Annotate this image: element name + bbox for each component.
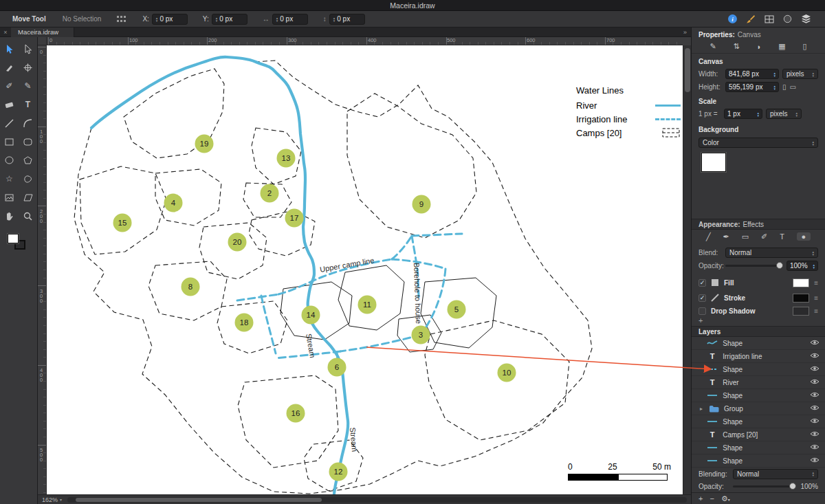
color-well[interactable] bbox=[7, 233, 30, 252]
scale-unit-select[interactable]: pixels ▴▾ bbox=[766, 109, 802, 119]
info-icon[interactable]: i bbox=[728, 14, 737, 23]
horizontal-scroll-thumb[interactable] bbox=[76, 498, 322, 502]
star-tool-icon[interactable]: ☆ bbox=[2, 173, 17, 185]
remove-layer-button[interactable]: − bbox=[710, 494, 714, 503]
visibility-eye-icon[interactable] bbox=[810, 391, 820, 399]
x-input[interactable]: ▴▾ 0 px bbox=[152, 14, 188, 25]
shadow-options-icon[interactable]: ≡ bbox=[814, 307, 818, 315]
camp-marker[interactable]: 6 bbox=[328, 358, 346, 377]
opacity-slider[interactable] bbox=[725, 265, 783, 267]
layer-row-shape[interactable]: Shape bbox=[692, 454, 825, 468]
camp-marker[interactable]: 8 bbox=[182, 278, 200, 296]
width-input[interactable]: ▴▾ 0 px bbox=[272, 14, 308, 25]
move-tool-icon[interactable] bbox=[2, 43, 17, 55]
pen-tab-icon[interactable]: ✎ bbox=[710, 42, 716, 51]
stroke-swatch[interactable] bbox=[793, 294, 809, 303]
map-text-label[interactable]: Upper camp line bbox=[319, 256, 375, 274]
camp-marker[interactable]: 13 bbox=[277, 149, 296, 168]
layer-row-shape[interactable]: Shape bbox=[692, 363, 825, 376]
landscape-orientation-icon[interactable]: ▭ bbox=[790, 83, 796, 91]
layer-row-camps-20-[interactable]: TCamps [20] bbox=[692, 428, 825, 441]
portrait-orientation-icon[interactable]: ▯ bbox=[782, 83, 786, 91]
layer-row-shape[interactable]: Shape bbox=[692, 389, 825, 402]
shadow-checkbox[interactable] bbox=[698, 307, 706, 315]
camp-marker[interactable]: 2 bbox=[261, 184, 279, 203]
pen-effect-icon[interactable]: ✒ bbox=[723, 232, 729, 241]
width-stepper[interactable]: ▴▾ bbox=[276, 17, 278, 22]
fill-options-icon[interactable]: ≡ bbox=[814, 279, 818, 287]
x-stepper[interactable]: ▴▾ bbox=[156, 17, 158, 22]
arrange-tab-icon[interactable]: ⇅ bbox=[734, 42, 740, 51]
camp-marker[interactable]: 20 bbox=[228, 233, 247, 252]
camp-marker[interactable]: 17 bbox=[285, 209, 304, 228]
tab-overflow-icon[interactable]: » bbox=[683, 28, 691, 36]
height-input[interactable]: ▴▾ 0 px bbox=[329, 14, 365, 25]
tab-close-icon[interactable]: × bbox=[0, 29, 11, 36]
alignment-grid-icon[interactable] bbox=[116, 15, 127, 23]
height-stepper[interactable]: ▴▾ bbox=[333, 17, 336, 22]
visibility-eye-icon[interactable] bbox=[810, 430, 820, 439]
knife-tool-icon[interactable] bbox=[2, 61, 17, 74]
layer-row-irrigation-line[interactable]: TIrrigation line bbox=[692, 350, 825, 363]
rounded-rect-tool-icon[interactable] bbox=[21, 135, 36, 148]
parallelogram-tool-icon[interactable] bbox=[21, 191, 36, 204]
fill-effect-icon[interactable]: ▭ bbox=[742, 232, 749, 241]
grid-tab-icon[interactable]: ▦ bbox=[778, 42, 785, 51]
text-effect-icon[interactable]: T bbox=[780, 232, 784, 241]
scale-value-input[interactable]: 1 px ▴▾ bbox=[724, 109, 762, 119]
y-input[interactable]: ▴▾ 0 px bbox=[212, 14, 248, 25]
add-layer-button[interactable]: + bbox=[698, 494, 703, 503]
camp-marker[interactable]: 14 bbox=[302, 306, 320, 325]
fill-color-swatch[interactable] bbox=[8, 234, 19, 243]
layer-row-river[interactable]: TRiver bbox=[692, 376, 825, 389]
direct-select-tool-icon[interactable] bbox=[21, 43, 36, 55]
width-unit-select[interactable]: pixels ▴▾ bbox=[782, 69, 818, 79]
map-text-label[interactable]: Stream bbox=[349, 427, 359, 452]
grid-icon[interactable] bbox=[764, 15, 774, 23]
target-select-tool-icon[interactable] bbox=[21, 61, 36, 74]
background-type-select[interactable]: Color ▴▾ bbox=[698, 138, 818, 148]
fill-checkbox[interactable]: ✓ bbox=[698, 279, 706, 287]
line-tool-icon[interactable] bbox=[2, 117, 17, 129]
disclosure-icon[interactable]: ▸ bbox=[700, 406, 703, 412]
canvas-width-input[interactable]: 841,68 px ▴▾ bbox=[725, 69, 779, 79]
layer-settings-button[interactable]: ⚙▾ bbox=[721, 494, 730, 503]
blending-mode-select[interactable]: Normal ▴▾ bbox=[733, 469, 818, 479]
page-tab-icon[interactable]: ▯ bbox=[802, 42, 806, 51]
camp-marker[interactable]: 18 bbox=[235, 314, 254, 332]
camp-marker[interactable]: 16 bbox=[287, 404, 305, 423]
arc-tool-icon[interactable] bbox=[21, 117, 36, 129]
brush-icon[interactable] bbox=[746, 14, 756, 24]
shape-effect-icon[interactable]: ● bbox=[797, 232, 811, 241]
camp-marker[interactable]: 11 bbox=[358, 296, 377, 314]
hand-tool-icon[interactable] bbox=[2, 210, 17, 222]
canvas-height-input[interactable]: 595,199 px ▴▾ bbox=[725, 82, 779, 92]
camp-marker[interactable]: 19 bbox=[195, 135, 214, 153]
visibility-eye-icon[interactable] bbox=[810, 352, 820, 360]
visibility-eye-icon[interactable] bbox=[810, 443, 820, 452]
document-tab[interactable]: Maceira.idraw bbox=[11, 28, 74, 37]
camp-marker[interactable]: 15 bbox=[113, 214, 132, 232]
text-tool-icon[interactable]: T bbox=[21, 98, 36, 111]
layer-opacity-slider[interactable] bbox=[733, 485, 796, 487]
camp-marker[interactable]: 3 bbox=[412, 326, 430, 344]
brush-tool-icon[interactable]: ✐ bbox=[2, 80, 17, 92]
stroke-options-icon[interactable]: ≡ bbox=[814, 294, 818, 302]
zoom-control[interactable]: 162% ▾ bbox=[42, 496, 62, 503]
image-tool-icon[interactable] bbox=[2, 191, 17, 204]
background-color-swatch[interactable] bbox=[701, 153, 726, 172]
visibility-eye-icon[interactable] bbox=[810, 457, 820, 465]
vertical-scrollbar[interactable] bbox=[683, 45, 691, 494]
shadow-swatch[interactable] bbox=[793, 307, 809, 316]
add-effect-button[interactable]: + bbox=[692, 316, 825, 325]
layer-row-group[interactable]: ▸Group bbox=[692, 402, 825, 415]
camp-marker[interactable]: 5 bbox=[448, 300, 466, 319]
eraser-tool-icon[interactable] bbox=[2, 98, 17, 111]
vertical-scroll-thumb[interactable] bbox=[685, 48, 690, 92]
ellipse-tool-icon[interactable] bbox=[2, 154, 17, 166]
visibility-eye-icon[interactable] bbox=[810, 378, 820, 386]
horizontal-scrollbar[interactable] bbox=[67, 497, 687, 503]
visibility-eye-icon[interactable] bbox=[810, 365, 820, 373]
fill-swatch[interactable] bbox=[793, 278, 809, 287]
map-text-label[interactable]: Borehole to house bbox=[412, 263, 423, 325]
